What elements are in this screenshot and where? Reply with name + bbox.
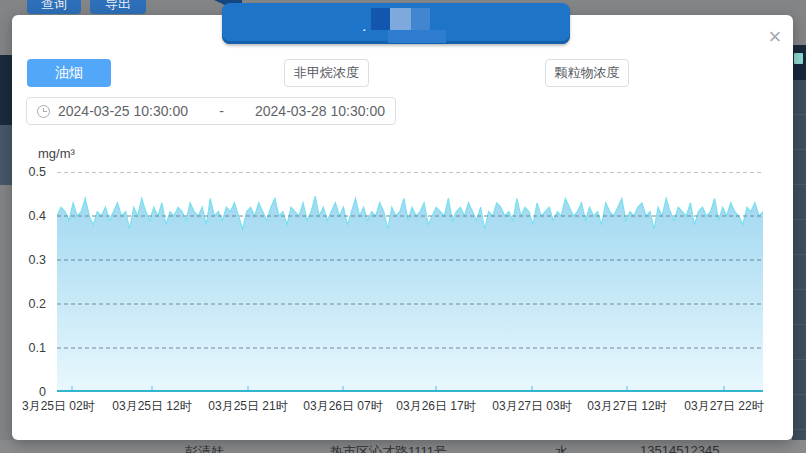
tab-particulate[interactable]: 颗粒物浓度	[545, 59, 629, 87]
x-tick-label: 03月25日 12时	[112, 398, 191, 415]
y-tick-label: 0	[0, 385, 52, 399]
close-icon[interactable]: ×	[763, 26, 787, 50]
y-tick-label: 0.5	[0, 165, 52, 179]
date-range-picker[interactable]: 2024-03-25 10:30:00 - 2024-03-28 10:30:0…	[26, 97, 396, 125]
x-tick-label: 3月25日 02时	[22, 398, 95, 415]
redaction-block	[371, 8, 390, 30]
x-tick-label: 03月27日 22时	[684, 398, 763, 415]
y-axis-tick-labels: 00.10.20.30.40.5	[0, 0, 52, 453]
table-cell-address: 热市区沁才路1111号	[330, 443, 447, 453]
y-tick-label: 0.4	[0, 209, 52, 223]
area-chart-plot[interactable]	[57, 172, 763, 392]
y-tick-label: 0.1	[0, 341, 52, 355]
background-table-row: 彭清娃 热市区沁才路1111号 水 13514512345	[0, 440, 806, 453]
redaction-block	[411, 8, 430, 30]
series-area-fill	[57, 196, 763, 392]
redaction-block	[388, 30, 446, 43]
background-grid-icon	[794, 53, 803, 64]
table-cell-phone: 13514512345	[640, 443, 720, 453]
start-datetime[interactable]: 2024-03-25 10:30:00	[58, 103, 188, 119]
x-tick-label: 03月27日 03时	[492, 398, 571, 415]
x-tick-label: 03月25日 21时	[208, 398, 287, 415]
redaction-block	[390, 8, 411, 30]
x-tick-label: 03月27日 12时	[587, 398, 666, 415]
screen: 查询 导出 彭清娃 热市区沁才路1111号 水 13514512345 ▪ × …	[0, 0, 806, 453]
y-tick-label: 0.2	[0, 297, 52, 311]
background-export-button[interactable]: 导出	[90, 0, 146, 14]
x-tick-label: 03月26日 07时	[303, 398, 382, 415]
table-cell-type: 水	[555, 443, 568, 453]
table-cell-name: 彭清娃	[185, 443, 224, 453]
y-tick-label: 0.3	[0, 253, 52, 267]
redacted-glyph: ▪	[363, 27, 368, 34]
x-axis-tick-labels: 3月25日 02时03月25日 12时03月25日 21时03月26日 07时0…	[0, 398, 806, 414]
x-tick-label: 03月26日 17时	[396, 398, 475, 415]
background-table-fragment	[792, 80, 806, 440]
date-range-separator: -	[188, 103, 255, 119]
end-datetime[interactable]: 2024-03-28 10:30:00	[255, 103, 385, 119]
tab-non-methane[interactable]: 非甲烷浓度	[284, 59, 369, 87]
